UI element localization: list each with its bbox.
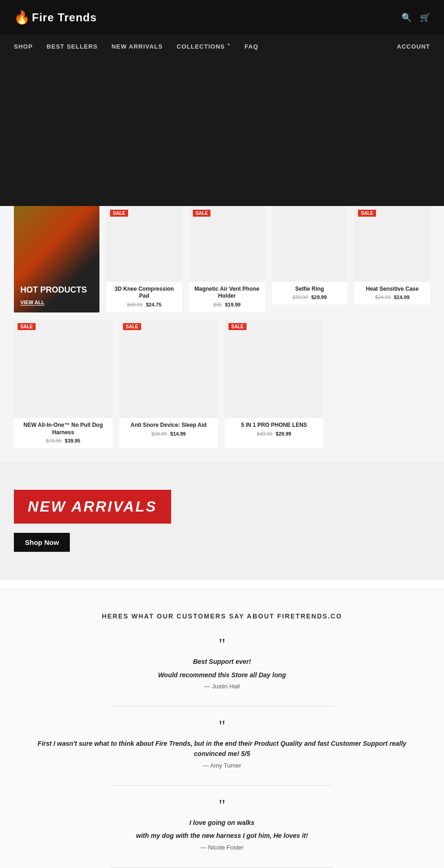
hot-products-title: HOT PRODUCTS: [20, 286, 93, 295]
quote-mark-2: ": [37, 718, 407, 735]
product-name: Anti Snore Device: Sleep Aid: [122, 422, 215, 429]
original-price: $24.99: [151, 431, 167, 437]
hot-products-section: HOT PRODUCTS VIEW ALL SALE 3D Knee Compr…: [0, 206, 444, 462]
divider-1: [111, 706, 333, 706]
header-icons: 🔍 🛒: [401, 12, 430, 23]
products-row-2: SALE NEW All-In-One™ No Pull Dog Harness…: [14, 319, 430, 448]
testimonial-author-2: — Amy Turner: [37, 762, 407, 769]
product-image: [106, 206, 182, 282]
original-price: $24.99: [375, 294, 391, 300]
testimonial-text-3a: I love going on walks: [37, 818, 407, 828]
sale-price: $19.99: [225, 302, 241, 307]
product-card-heat-case[interactable]: SALE Heat Sensitive Case $24.99 $14.99: [354, 206, 430, 305]
testimonial-text-1a: Best Support ever!: [37, 656, 407, 667]
divider-2: [111, 785, 333, 786]
product-info: Selfie Ring $39.99 $29.99: [272, 282, 348, 305]
product-info: NEW All-In-One™ No Pull Dog Harness $79.…: [14, 418, 112, 448]
view-all-link[interactable]: VIEW ALL: [20, 300, 44, 306]
testimonial-1: " Best Support ever! Would recommend thi…: [37, 636, 407, 690]
flame-icon: 🔥: [14, 10, 30, 25]
divider-3: [111, 867, 333, 868]
sale-price: $14.99: [170, 431, 186, 437]
sale-price: $24.75: [146, 302, 161, 307]
product-image: [354, 206, 430, 282]
new-arrivals-title: NEW ARRIVALS: [28, 498, 157, 515]
top-header: 🔥 Fire Trends 🔍 🛒: [0, 0, 444, 35]
product-card-knee-pad[interactable]: SALE 3D Knee Compression Pad $49.99 $24.…: [106, 206, 182, 312]
product-name: 3D Knee Compression Pad: [109, 286, 179, 300]
new-arrivals-banner: NEW ARRIVALS: [14, 490, 171, 524]
quote-mark-3: ": [37, 797, 407, 814]
product-name: NEW All-In-One™ No Pull Dog Harness: [17, 422, 110, 436]
shop-now-button[interactable]: Shop Now: [14, 533, 70, 552]
testimonials-heading: HERES WHAT OUR CUSTOMERS SAY ABOUT FIRET…: [37, 612, 407, 620]
nav-best-sellers[interactable]: BEST SELLERS: [47, 36, 98, 57]
nav-shop[interactable]: SHOP: [14, 36, 33, 57]
product-prices: $24.99 $14.99: [122, 431, 215, 437]
sale-price: $29.99: [276, 431, 291, 437]
sale-badge: SALE: [193, 210, 211, 217]
search-icon[interactable]: 🔍: [401, 12, 412, 23]
cart-icon[interactable]: 🛒: [420, 12, 430, 23]
product-info: 3D Knee Compression Pad $49.99 $24.75: [106, 282, 182, 312]
main-nav: SHOP BEST SELLERS NEW ARRIVALS COLLECTIO…: [0, 35, 444, 58]
product-image: [272, 206, 348, 282]
logo-text: Fire Trends: [32, 11, 97, 24]
product-prices: $24.99 $14.99: [357, 294, 427, 300]
product-image: [14, 319, 112, 418]
testimonial-text-1b: Would recommend this Store all Day long: [37, 670, 407, 680]
sale-badge: SALE: [228, 323, 247, 330]
testimonial-text-3b: with my dog with the new harness I got h…: [37, 831, 407, 841]
product-info: 5 IN 1 PRO PHONE LENS $49.99 $29.99: [225, 418, 323, 441]
nav-right: Account: [397, 42, 430, 50]
sale-badge: SALE: [123, 323, 141, 330]
original-price: $39.99: [292, 294, 308, 300]
product-image: [119, 319, 218, 418]
product-prices: $35 $19.99: [192, 302, 262, 307]
product-prices: $49.99 $24.75: [109, 302, 179, 307]
product-name: 5 IN 1 PRO PHONE LENS: [228, 422, 321, 429]
sale-badge: SALE: [110, 210, 128, 217]
nav-collections[interactable]: COLLECTIONS ˅: [177, 36, 231, 57]
hot-products-banner[interactable]: HOT PRODUCTS VIEW ALL: [14, 206, 99, 312]
new-arrivals-section: NEW ARRIVALS Shop Now: [0, 462, 444, 580]
product-prices: $49.99 $29.99: [228, 431, 321, 437]
product-image: [225, 319, 323, 418]
product-card-air-vent[interactable]: SALE Magnetic Air Vent Phone Holder $35 …: [189, 206, 265, 312]
sale-price: $29.99: [311, 294, 327, 300]
quote-mark-1: ": [37, 636, 407, 653]
original-price: $79.95: [46, 438, 62, 443]
original-price: $49.99: [127, 302, 143, 307]
product-prices: $39.99 $29.99: [275, 294, 345, 300]
nav-left: SHOP BEST SELLERS NEW ARRIVALS COLLECTIO…: [14, 36, 259, 57]
sale-badge: SALE: [18, 323, 36, 330]
testimonials-section: HERES WHAT OUR CUSTOMERS SAY ABOUT FIRET…: [0, 589, 444, 868]
logo[interactable]: 🔥 Fire Trends: [14, 10, 97, 25]
product-card-snore-device[interactable]: SALE Anti Snore Device: Sleep Aid $24.99…: [119, 319, 218, 448]
hero-section: [0, 58, 444, 206]
nav-faq[interactable]: FAQ: [245, 36, 259, 57]
product-name: Selfie Ring: [275, 286, 345, 293]
product-info: Magnetic Air Vent Phone Holder $35 $19.9…: [189, 282, 265, 312]
product-info: Anti Snore Device: Sleep Aid $24.99 $14.…: [119, 418, 218, 441]
testimonial-2: " First I wasn't sure what to think abou…: [37, 718, 407, 769]
product-card-phone-lens[interactable]: SALE 5 IN 1 PRO PHONE LENS $49.99 $29.99: [225, 319, 323, 448]
products-row-1: HOT PRODUCTS VIEW ALL SALE 3D Knee Compr…: [14, 206, 430, 312]
sale-price: $14.99: [394, 294, 410, 300]
product-card-dog-harness[interactable]: SALE NEW All-In-One™ No Pull Dog Harness…: [14, 319, 112, 448]
product-prices: $79.95 $39.95: [17, 438, 110, 443]
nav-new-arrivals[interactable]: NEW ARRIVALS: [111, 36, 163, 57]
testimonial-author-3: — Nicole Foster: [37, 844, 407, 851]
product-name: Magnetic Air Vent Phone Holder: [192, 286, 262, 300]
testimonial-3: " I love going on walks with my dog with…: [37, 797, 407, 851]
product-image: [189, 206, 265, 282]
sale-badge: SALE: [358, 210, 376, 217]
sale-price: $39.95: [65, 438, 80, 443]
original-price: $35: [213, 302, 222, 307]
testimonial-text-2: First I wasn't sure what to think about …: [37, 738, 407, 759]
product-name: Heat Sensitive Case: [357, 286, 427, 293]
nav-account[interactable]: Account: [397, 36, 430, 57]
product-info: Heat Sensitive Case $24.99 $14.99: [354, 282, 430, 305]
testimonial-author-1: — Justin Hall: [37, 683, 407, 690]
product-card-selfie-ring[interactable]: Selfie Ring $39.99 $29.99: [272, 206, 348, 305]
